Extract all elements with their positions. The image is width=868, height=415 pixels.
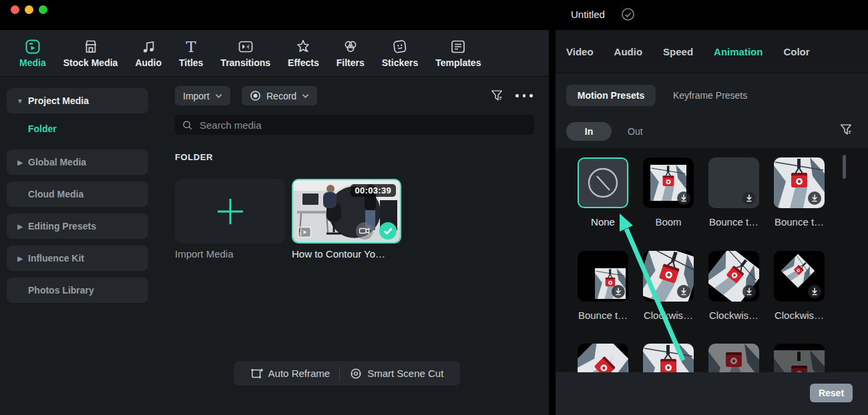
media-icon xyxy=(24,38,41,55)
record-icon xyxy=(250,90,261,101)
in-toggle[interactable]: In xyxy=(566,122,612,141)
preset-bounce-2[interactable] xyxy=(774,157,825,208)
download-icon xyxy=(808,285,821,298)
duration-badge: 00:03:39 xyxy=(351,184,396,197)
sidebar-item-cloud-media[interactable]: Cloud Media xyxy=(7,181,148,207)
preset-label: Bounce t… xyxy=(575,310,631,321)
keyframe-presets-tab[interactable]: Keyframe Presets xyxy=(673,90,747,101)
close-window-button[interactable] xyxy=(11,5,19,14)
tab-templates[interactable]: Templates xyxy=(427,38,489,68)
filters-icon xyxy=(342,38,359,55)
preset-clockwise-1[interactable] xyxy=(643,251,694,302)
selected-check-icon xyxy=(379,222,397,240)
chevron-right-icon: ▶ xyxy=(13,159,27,166)
library-toolbar: Media Stock Media Audio T Titles xyxy=(0,30,549,77)
download-icon xyxy=(742,285,756,298)
import-button[interactable]: Import xyxy=(175,86,230,105)
chevron-down-icon xyxy=(302,93,309,99)
properties-panel: Video Audio Speed Animation Color Motion… xyxy=(556,30,868,415)
sidebar-item-global-media[interactable]: ▶ Global Media xyxy=(7,149,148,175)
video-clip-tile[interactable]: 00:03:39 xyxy=(292,179,401,244)
tab-animation[interactable]: Animation xyxy=(714,46,763,57)
library-footer-actions: Auto Reframe Smart Scene Cut xyxy=(234,361,460,386)
media-library-panel: Media Stock Media Audio T Titles xyxy=(0,30,549,415)
camera-icon xyxy=(356,222,373,240)
reset-button[interactable]: Reset xyxy=(810,384,853,402)
chevron-down-icon: ▼ xyxy=(13,97,27,105)
preset-label: Bounce t… xyxy=(706,216,762,228)
preset-clockwise-2[interactable] xyxy=(708,251,759,302)
preset-partial-1[interactable] xyxy=(578,344,628,372)
more-options-icon[interactable] xyxy=(515,94,533,97)
preset-label: Clockwis… xyxy=(640,310,696,321)
preset-label: None xyxy=(575,216,631,228)
app-window: Untitled Media Stock Media xyxy=(0,0,868,415)
chevron-down-icon xyxy=(215,93,222,99)
stickers-icon xyxy=(391,38,409,55)
properties-footer: Reset xyxy=(556,372,868,415)
chevron-right-icon: ▶ xyxy=(13,223,27,230)
transitions-icon xyxy=(237,38,254,55)
sidebar-item-editing-presets[interactable]: ▶ Editing Presets xyxy=(7,214,148,239)
sidebar-item-photos-library[interactable]: Photos Library xyxy=(7,278,148,303)
import-media-tile[interactable] xyxy=(175,179,285,244)
none-icon xyxy=(584,164,622,201)
preset-label: Bounce t… xyxy=(771,216,827,228)
clip-type-icon xyxy=(297,226,312,238)
tab-effects[interactable]: Effects xyxy=(279,38,328,68)
preset-clockwise-3[interactable] xyxy=(774,251,825,302)
search-input[interactable] xyxy=(198,119,527,131)
filter-icon[interactable] xyxy=(839,122,853,137)
tab-color[interactable]: Color xyxy=(783,46,809,57)
preset-bounce-1[interactable] xyxy=(708,157,759,208)
import-media-label: Import Media xyxy=(175,248,234,260)
search-bar xyxy=(175,115,534,135)
preset-partial-2[interactable] xyxy=(643,344,694,372)
filter-icon[interactable] xyxy=(489,88,504,103)
sidebar-item-influence-kit[interactable]: ▶ Influence Kit xyxy=(7,246,148,271)
titles-icon: T xyxy=(182,38,200,55)
animation-subheader: Motion Presets Keyframe Presets In Out xyxy=(556,73,868,148)
stock-media-icon xyxy=(82,38,99,55)
download-icon xyxy=(808,191,821,205)
tab-video[interactable]: Video xyxy=(566,46,594,57)
tab-stickers[interactable]: Stickers xyxy=(373,38,427,68)
tab-audio[interactable]: Audio xyxy=(126,38,170,68)
tab-media[interactable]: Media xyxy=(11,38,55,68)
download-icon xyxy=(677,285,690,298)
search-icon xyxy=(182,119,193,131)
motion-presets-tab[interactable]: Motion Presets xyxy=(566,85,656,106)
minimize-window-button[interactable] xyxy=(25,5,33,14)
tab-stock-media[interactable]: Stock Media xyxy=(55,38,127,68)
properties-tab-bar: Video Audio Speed Animation Color xyxy=(556,30,868,73)
smart-scene-cut-button[interactable]: Smart Scene Cut xyxy=(349,367,443,380)
smart-scene-cut-icon xyxy=(349,367,363,380)
sidebar-item-project-media[interactable]: ▼ Project Media xyxy=(7,88,148,113)
preset-partial-3[interactable] xyxy=(708,344,759,372)
saved-check-icon xyxy=(621,7,635,21)
preset-label: Clockwis… xyxy=(706,310,762,321)
out-toggle[interactable]: Out xyxy=(628,126,643,137)
tab-speed[interactable]: Speed xyxy=(663,46,693,57)
auto-reframe-button[interactable]: Auto Reframe xyxy=(250,367,331,380)
tab-titles[interactable]: T Titles xyxy=(170,38,212,68)
preset-none[interactable] xyxy=(578,157,628,208)
audio-icon xyxy=(140,38,157,55)
tab-filters[interactable]: Filters xyxy=(328,38,373,68)
tab-transitions[interactable]: Transitions xyxy=(212,38,279,68)
preset-scrollbar[interactable] xyxy=(843,155,846,179)
zoom-window-button[interactable] xyxy=(39,5,47,14)
preset-partial-4[interactable] xyxy=(774,344,825,372)
project-title: Untitled xyxy=(571,9,605,20)
auto-reframe-icon xyxy=(250,367,264,380)
effects-icon xyxy=(294,38,312,55)
preset-boom[interactable] xyxy=(643,157,694,208)
sidebar-item-folder[interactable]: Folder xyxy=(28,123,57,134)
motion-preset-grid: None Boom Bounce t… Bounce t… Bounce t… xyxy=(556,148,868,372)
tab-audio[interactable]: Audio xyxy=(614,46,643,57)
download-icon xyxy=(742,191,756,205)
record-button[interactable]: Record xyxy=(242,86,317,105)
preset-bounce-3[interactable] xyxy=(578,251,628,302)
templates-icon xyxy=(449,38,467,55)
video-clip-title: How to Contour Yo… xyxy=(292,248,385,260)
